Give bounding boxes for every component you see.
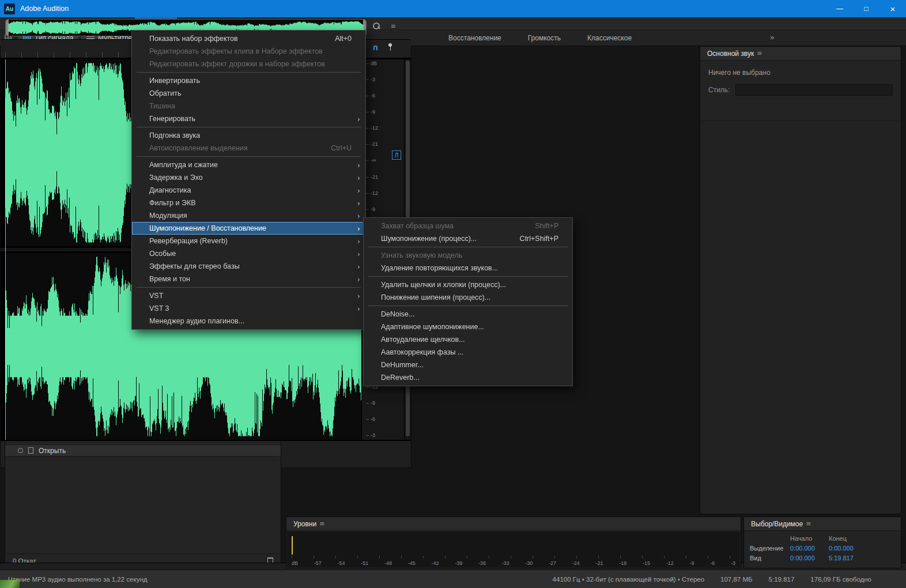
submenu-arrow-icon [357,275,360,284]
menu-item[interactable]: VST [132,289,365,302]
meter-scale-label: -9 [689,560,694,566]
tab-essential-sound[interactable]: Основной звук [707,50,762,58]
menu-item: Захват образца шума Shift+P [364,220,572,232]
zoom-tool-icon[interactable] [373,22,380,30]
meter-scale-label: -15 [643,560,650,566]
view-start-value[interactable]: 0:00.000 [790,555,829,561]
panel-menu-icon[interactable] [757,50,762,57]
menu-item[interactable]: Генерировать [132,112,365,125]
menu-item-label: Особые [149,250,176,258]
menu-item[interactable]: DeNoise... [364,308,572,321]
meter-indicator [292,536,293,555]
db-label: -9 [366,401,404,406]
menu-item-label: Амплитуда и сжатие [149,161,218,169]
menu-item-label: Генерировать [149,115,195,123]
effects-menu: Показать набор эффектов Alt+0 Редактиров… [131,30,366,330]
left-channel-badge[interactable]: Л [392,150,401,160]
workspace-item[interactable]: Восстановление [448,34,501,42]
meter-scale: dB-57-54-51-48-45-42-39-36-33-30-27-24-2… [292,560,735,566]
menu-item[interactable]: Адаптивное шумопонижение... [364,321,572,333]
desktop-peek [0,580,20,588]
statusbar: Чтение MP3 аудио выполнено за 1,22 секун… [0,570,906,588]
submenu-arrow-icon [357,174,360,182]
menu-item[interactable]: Удаление повторяющихся звуков... [364,262,572,274]
menu-item[interactable]: Инвертировать [132,74,365,87]
menu-item[interactable]: Эффекты для стерео базы [132,260,365,273]
maximize-button[interactable]: □ [853,0,879,17]
menu-item[interactable]: Автоудаление щелчков... [364,333,572,346]
menu-item[interactable]: Амплитуда и сжатие [132,159,365,171]
pin-icon[interactable] [388,43,392,51]
db-label: -6 [366,93,404,99]
close-button[interactable]: × [879,0,906,17]
menu-item[interactable]: Понижение шипения (процесс)... [364,291,572,304]
menu-separator [364,245,572,249]
menu-item-label: Автоисправление выделения [149,144,247,152]
style-dropdown[interactable] [735,84,893,96]
overview-left-handle[interactable] [6,20,9,36]
history-entry[interactable]: Открыть [5,444,281,457]
menu-separator [364,274,572,278]
status-info: 44100 Гц • 32-бит (с плавающей точкой) •… [553,576,871,583]
menu-item[interactable]: Фильтр и ЭКВ [132,197,365,209]
menu-item-label: Показать набор эффектов [149,35,238,43]
history-entry-label: Открыть [39,447,66,455]
view-row-label: Вид [750,555,790,561]
submenu-arrow-icon [357,115,360,123]
menu-item[interactable]: Диагностика [132,184,365,197]
overview-icons [373,22,396,30]
menu-item[interactable]: Задержка и Эхо [132,171,365,184]
meter-scale-label: -36 [478,560,486,566]
menu-item[interactable]: VST 3 [132,302,365,315]
workspace-item[interactable]: Громкость [528,34,561,42]
menu-item[interactable]: Время и тон [132,273,365,285]
meter-scale-label: -12 [666,560,674,566]
essential-sound-tabs: Основной звук [700,47,901,61]
level-meter: dB-57-54-51-48-45-42-39-36-33-30-27-24-2… [287,532,740,567]
tab-levels-label: Уровни [293,520,316,528]
tab-levels[interactable]: Уровни [293,520,324,528]
solo-monitor-icon[interactable]: ∩ [372,43,379,51]
menu-item[interactable]: Шумопонижение (процесс)... Ctrl+Shift+P [364,232,572,245]
display-options-icon[interactable] [391,22,396,30]
menu-item-label: Удалить щелчки и хлопки (процесс)... [381,281,506,289]
menu-item-shortcut: Alt+0 [319,35,352,43]
menu-item[interactable]: Менеджер аудио плагинов... [132,315,365,327]
menu-item-shortcut: Ctrl+U [315,144,352,152]
playhead[interactable] [5,59,6,440]
menu-item-label: Тишина [149,102,175,110]
menu-item: Редактировать эффект дорожки в наборе эф… [132,58,365,70]
selection-start-value[interactable]: 0:00.000 [790,545,829,552]
menu-item[interactable]: Шумопонижение / Восстановление [132,222,365,235]
workspace-item[interactable]: Классическое [587,34,632,42]
menu-item-label: DeHummer... [381,361,424,369]
menu-item[interactable]: DeReverb... [364,371,572,384]
meter-scale-label: -6 [710,560,715,566]
tab-essential-sound-label: Основной звук [707,50,754,58]
essential-sound-empty-area [701,120,900,513]
menu-item[interactable]: Особые [132,247,365,260]
db-label: -6 [366,417,404,422]
menu-item-label: Обратить [149,89,181,97]
minimize-button[interactable]: — [826,0,853,17]
menu-item: Тишина [132,100,365,112]
workspace-overflow-icon[interactable]: » [770,33,774,42]
menu-item-shortcut: Shift+P [519,222,558,230]
menu-separator [132,70,365,74]
menu-item[interactable]: Модуляция [132,209,365,222]
tab-selection-view[interactable]: Выбор/Видимое [751,520,811,528]
titlebar: Au Adobe Audition — □ × [0,0,906,17]
menu-item[interactable]: Аавтокоррекция фазы ... [364,346,572,359]
view-end-value[interactable]: 5:19.817 [829,555,895,561]
menu-item[interactable]: Удалить щелчки и хлопки (процесс)... [364,278,572,291]
meter-scale-label: -30 [525,560,533,566]
selection-end-value[interactable]: 0:00.000 [829,545,895,552]
menu-item[interactable]: Показать набор эффектов Alt+0 [132,32,365,45]
panel-menu-icon[interactable] [319,520,324,527]
panel-menu-icon[interactable] [806,520,811,527]
meter-scale-label: -57 [314,560,322,566]
menu-item[interactable]: DeHummer... [364,359,572,371]
menu-item[interactable]: Обратить [132,87,365,100]
menu-item[interactable]: Реверберация (Reverb) [132,235,365,247]
menu-item[interactable]: Подгонка звука [132,129,365,142]
